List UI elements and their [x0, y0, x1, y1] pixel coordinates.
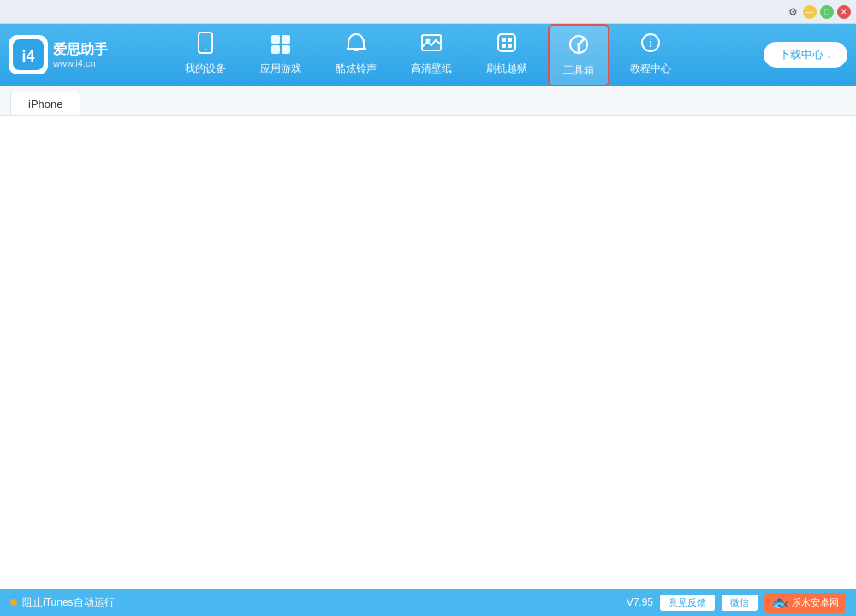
logo: i4 爱思助手 www.i4.cn — [9, 35, 111, 74]
status-right: V7.95 意见反馈 微信 🐟 乐水安卓网 — [627, 593, 846, 613]
svg-rect-11 — [498, 34, 515, 51]
nav-item-ringtone[interactable]: 酷炫铃声 — [322, 24, 390, 86]
header-right: 下载中心 ↓ — [745, 42, 847, 68]
svg-text:i: i — [649, 37, 652, 50]
nav-item-tutorial[interactable]: i 教程中心 — [616, 24, 685, 86]
svg-rect-12 — [502, 38, 506, 42]
logo-icon: i4 — [9, 35, 48, 74]
brand-logo: 🐟 乐水安卓网 — [764, 593, 846, 613]
logo-text: 爱思助手 www.i4.cn — [53, 41, 108, 68]
stop-itunes-text: 阻止iTunes自动运行 — [22, 595, 115, 610]
logo-url: www.i4.cn — [53, 58, 108, 68]
svg-rect-6 — [271, 45, 280, 54]
wechat-button[interactable]: 微信 — [722, 595, 758, 611]
ringtone-icon — [344, 31, 368, 60]
wallpaper-label: 高清壁纸 — [411, 62, 452, 76]
toolbox-label: 工具箱 — [563, 63, 594, 78]
close-button[interactable]: ✕ — [837, 5, 851, 19]
ringtone-label: 酷炫铃声 — [336, 62, 377, 76]
app-game-label: 应用游戏 — [260, 62, 301, 76]
nav-item-jailbreak[interactable]: 刷机越狱 — [473, 24, 541, 86]
status-indicator — [10, 599, 17, 606]
app-game-icon — [269, 31, 293, 60]
tab-bar: iPhone — [0, 86, 856, 116]
my-device-label: 我的设备 — [185, 62, 226, 76]
nav-items: 我的设备 应用游戏 酷炫铃声 高清壁纸 刷机越狱 工具箱 i 教程中心 — [111, 24, 745, 86]
svg-rect-13 — [508, 38, 512, 42]
iphone-tab[interactable]: iPhone — [10, 92, 80, 116]
svg-point-19 — [577, 43, 580, 46]
status-left: 阻止iTunes自动运行 — [10, 595, 115, 610]
logo-title: 爱思助手 — [53, 41, 108, 57]
tutorial-label: 教程中心 — [630, 62, 671, 76]
svg-point-3 — [205, 49, 206, 50]
svg-text:i4: i4 — [21, 48, 34, 65]
settings-icon[interactable]: ⚙ — [786, 5, 800, 19]
feedback-button[interactable]: 意见反馈 — [660, 595, 715, 611]
title-bar: ⚙ — □ ✕ — [0, 0, 856, 24]
jailbreak-icon — [495, 31, 519, 60]
download-button[interactable]: 下载中心 ↓ — [764, 42, 847, 68]
svg-rect-4 — [271, 35, 280, 44]
nav-item-toolbox[interactable]: 工具箱 — [548, 24, 609, 86]
tab-label: iPhone — [28, 98, 62, 110]
tutorial-icon: i — [639, 31, 663, 60]
minimize-button[interactable]: — — [803, 5, 817, 19]
header: i4 爱思助手 www.i4.cn 我的设备 应用游戏 酷炫铃声 高清壁纸 刷机… — [0, 24, 856, 86]
nav-item-app-game[interactable]: 应用游戏 — [247, 24, 315, 86]
svg-rect-5 — [282, 35, 290, 44]
brand-logo-text: 乐水安卓网 — [792, 596, 839, 609]
svg-rect-7 — [282, 45, 290, 54]
maximize-button[interactable]: □ — [820, 5, 834, 19]
svg-rect-15 — [508, 44, 512, 48]
toolbox-icon — [567, 33, 591, 62]
download-label: 下载中心 ↓ — [779, 47, 832, 62]
status-bar: 阻止iTunes自动运行 V7.95 意见反馈 微信 🐟 乐水安卓网 — [0, 589, 856, 616]
svg-rect-14 — [502, 44, 506, 48]
svg-rect-8 — [354, 49, 359, 51]
nav-item-my-device[interactable]: 我的设备 — [171, 24, 240, 86]
main-content — [0, 116, 856, 589]
my-device-icon — [193, 31, 217, 60]
jailbreak-label: 刷机越狱 — [486, 62, 527, 76]
nav-item-wallpaper[interactable]: 高清壁纸 — [397, 24, 466, 86]
wallpaper-icon — [419, 31, 443, 60]
version-text: V7.95 — [627, 596, 653, 608]
